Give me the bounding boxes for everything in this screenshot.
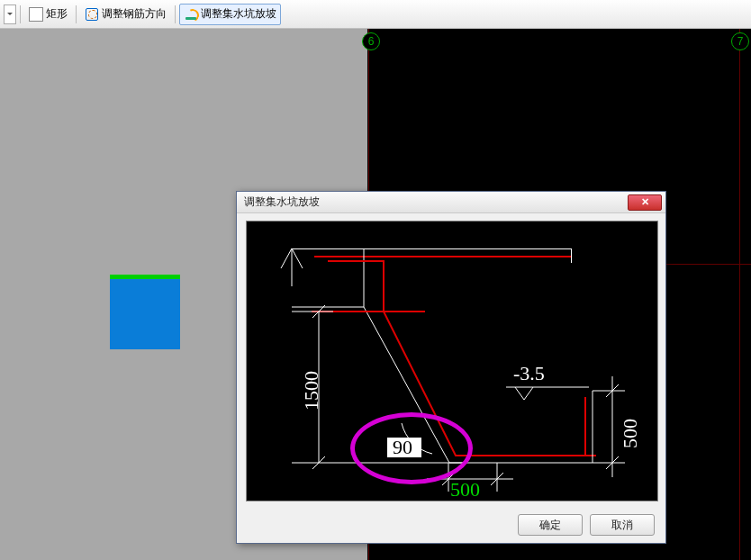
dimension-depth: 1500	[300, 371, 323, 411]
separator	[20, 5, 21, 23]
dialog-footer: 确定 取消	[237, 507, 665, 543]
axis-marker: 7	[731, 32, 749, 50]
highlight-ellipse	[350, 412, 473, 484]
close-icon: ✕	[641, 196, 649, 208]
dimension-bottom-width: 500	[450, 478, 480, 501]
separator	[76, 5, 77, 23]
toolbar: 矩形 调整钢筋方向 调整集水坑放坡	[0, 0, 751, 29]
dimension-thickness: 500	[619, 419, 642, 448]
axis-marker-label: 7	[737, 35, 744, 48]
adjust-slope-dialog: 调整集水坑放坡 ✕	[236, 191, 666, 544]
rectangle-tool[interactable]: 矩形	[24, 4, 72, 25]
rebar-icon	[85, 7, 99, 22]
elevation-label: -3.5	[513, 362, 545, 385]
selected-element[interactable]	[110, 279, 180, 349]
dialog-titlebar[interactable]: 调整集水坑放坡 ✕	[237, 192, 665, 213]
rebar-direction-tool[interactable]: 调整钢筋方向	[80, 4, 171, 25]
slope-tool[interactable]: 调整集水坑放坡	[179, 4, 281, 25]
rebar-direction-label: 调整钢筋方向	[102, 6, 167, 22]
dialog-title-text: 调整集水坑放坡	[244, 194, 320, 210]
cancel-button[interactable]: 取消	[590, 514, 655, 536]
dialog-body: 1500 500 500 -3.5 90	[237, 213, 665, 507]
workspace: 6 7 调整集水坑放坡 ✕	[0, 29, 751, 560]
axis-marker-label: 6	[368, 35, 375, 48]
ok-button[interactable]: 确定	[518, 514, 583, 536]
toolbar-dropdown[interactable]	[4, 5, 16, 24]
rectangle-icon	[29, 7, 43, 22]
rectangle-label: 矩形	[46, 6, 68, 22]
ok-label: 确定	[539, 518, 561, 533]
slope-icon	[184, 7, 198, 22]
section-diagram[interactable]: 1500 500 500 -3.5 90	[246, 221, 658, 501]
separator	[175, 5, 176, 23]
cancel-label: 取消	[611, 518, 633, 533]
grid-axis-vertical	[739, 29, 740, 560]
close-button[interactable]: ✕	[628, 194, 662, 211]
axis-marker: 6	[362, 32, 380, 50]
slope-label: 调整集水坑放坡	[201, 6, 276, 22]
